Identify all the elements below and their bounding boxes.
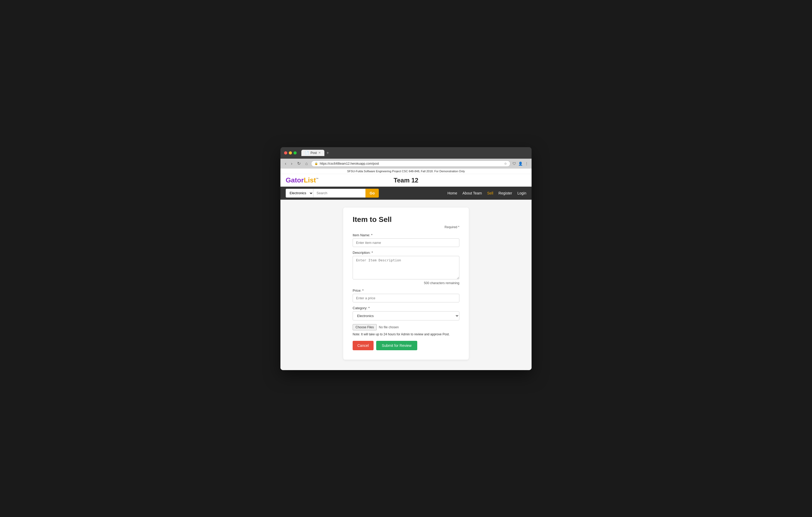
maximize-button[interactable] bbox=[293, 151, 297, 154]
menu-icon[interactable]: ⋮ bbox=[525, 161, 528, 166]
approval-note: Note: It will take up to 24 hours for Ad… bbox=[353, 332, 459, 337]
choose-files-button[interactable]: Choose Files bbox=[353, 324, 377, 330]
main-content: Item to Sell Required * Item Name: * Des… bbox=[281, 200, 531, 370]
banner-text: SFSU-Fulda Software Engineering Project … bbox=[347, 170, 465, 173]
forward-button[interactable]: › bbox=[290, 161, 293, 166]
required-note: Required * bbox=[353, 225, 459, 229]
nav-link-login[interactable]: Login bbox=[517, 191, 526, 195]
category-dropdown[interactable]: Electronics Furniture Clothing Books Oth… bbox=[286, 189, 313, 197]
tab-title: Post bbox=[311, 151, 317, 155]
no-file-text: No file chosen bbox=[379, 326, 399, 329]
form-title: Item to Sell bbox=[353, 215, 459, 224]
price-label: Price: * bbox=[353, 288, 459, 293]
form-actions: Cancel Submit for Review bbox=[353, 341, 459, 350]
traffic-lights bbox=[284, 151, 297, 154]
item-name-group: Item Name: * bbox=[353, 233, 459, 247]
price-input[interactable] bbox=[353, 294, 459, 302]
browser-window: 📄 Post ✕ + ‹ › ↻ ⌂ 🔒 https://csc648team1… bbox=[281, 147, 531, 370]
back-button[interactable]: ‹ bbox=[284, 161, 288, 166]
browser-titlebar: 📄 Post ✕ + bbox=[281, 147, 531, 159]
bookmark-icon[interactable]: ☆ bbox=[504, 162, 507, 165]
price-group: Price: * bbox=[353, 288, 459, 302]
nav-links: Home About Team Sell Register Login bbox=[447, 191, 526, 195]
sell-form-card: Item to Sell Required * Item Name: * Des… bbox=[343, 208, 469, 360]
logo-tm-text: ™ bbox=[316, 178, 319, 180]
refresh-button[interactable]: ↻ bbox=[296, 160, 302, 166]
active-tab[interactable]: 📄 Post ✕ bbox=[301, 150, 324, 156]
search-input[interactable] bbox=[313, 189, 366, 197]
site-header: GatorList™ Team 12 bbox=[281, 174, 531, 187]
go-button[interactable]: Go bbox=[366, 189, 379, 197]
item-name-input[interactable] bbox=[353, 238, 459, 247]
tab-close-icon[interactable]: ✕ bbox=[318, 151, 321, 154]
category-label: Category: * bbox=[353, 306, 459, 310]
site-logo: GatorList™ bbox=[286, 176, 319, 184]
search-section: Electronics Furniture Clothing Books Oth… bbox=[286, 189, 379, 197]
tab-icon: 📄 bbox=[305, 151, 309, 155]
profile-icon[interactable]: 👤 bbox=[518, 161, 523, 166]
category-select[interactable]: Electronics Furniture Clothing Books Oth… bbox=[353, 311, 459, 321]
lock-icon: 🔒 bbox=[314, 162, 318, 165]
extension-icon[interactable]: 🛡 bbox=[513, 161, 516, 166]
category-group: Category: * Electronics Furniture Clothi… bbox=[353, 306, 459, 321]
char-count: 500 characters remaining bbox=[353, 281, 459, 285]
site-banner: SFSU-Fulda Software Engineering Project … bbox=[281, 169, 531, 174]
address-bar[interactable]: 🔒 https://csc648team12.herokuapp.com/pos… bbox=[311, 160, 511, 167]
description-group: Description: * 500 characters remaining bbox=[353, 251, 459, 285]
url-text: https://csc648team12.herokuapp.com/post bbox=[320, 162, 502, 165]
browser-toolbar: ‹ › ↻ ⌂ 🔒 https://csc648team12.herokuapp… bbox=[281, 159, 531, 169]
navbar: Electronics Furniture Clothing Books Oth… bbox=[281, 187, 531, 200]
new-tab-button[interactable]: + bbox=[326, 151, 329, 155]
site-title: Team 12 bbox=[394, 177, 418, 184]
minimize-button[interactable] bbox=[289, 151, 292, 154]
nav-link-about[interactable]: About Team bbox=[463, 191, 482, 195]
description-textarea[interactable] bbox=[353, 256, 459, 279]
toolbar-icons: 🛡 👤 ⋮ bbox=[513, 161, 528, 166]
page-content: SFSU-Fulda Software Engineering Project … bbox=[281, 169, 531, 370]
cancel-button[interactable]: Cancel bbox=[353, 341, 374, 350]
nav-link-home[interactable]: Home bbox=[447, 191, 457, 195]
file-section: Choose Files No file chosen Note: It wil… bbox=[353, 324, 459, 337]
nav-link-register[interactable]: Register bbox=[499, 191, 512, 195]
home-button[interactable]: ⌂ bbox=[304, 161, 309, 166]
submit-button[interactable]: Submit for Review bbox=[376, 341, 417, 350]
description-label: Description: * bbox=[353, 251, 459, 254]
file-input-wrapper: Choose Files No file chosen bbox=[353, 324, 459, 330]
logo-list-text: List bbox=[304, 176, 316, 184]
tab-bar: 📄 Post ✕ + bbox=[301, 150, 528, 156]
nav-link-sell[interactable]: Sell bbox=[487, 191, 493, 195]
close-button[interactable] bbox=[284, 151, 287, 154]
logo-gator-text: Gator bbox=[286, 176, 304, 184]
item-name-label: Item Name: * bbox=[353, 233, 459, 237]
